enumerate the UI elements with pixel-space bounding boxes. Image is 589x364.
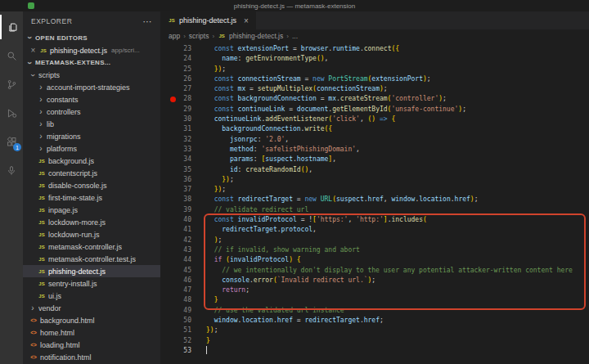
tree-item-lockdown-run.js[interactable]: JSlockdown-run.js [23, 228, 160, 240]
tree-item-contentscript.js[interactable]: JScontentscript.js [23, 167, 160, 179]
breadcrumb-item-app[interactable]: app [169, 32, 180, 40]
line-number-27[interactable]: 27 [160, 84, 201, 94]
tree-item-account-import-strategies[interactable]: ›account-import-strategies [23, 81, 160, 93]
line-number-52[interactable]: 52 [160, 336, 201, 346]
code-line-40[interactable]: const invalidProtocol = !['https:', 'htt… [206, 215, 589, 225]
line-number-26[interactable]: 26 [160, 74, 201, 84]
code-line-25[interactable]: }); [206, 65, 589, 74]
tree-item-disable-console.js[interactable]: JSdisable-console.js [23, 179, 160, 191]
close-icon[interactable]: × [244, 16, 249, 25]
debug-icon[interactable] [0, 101, 23, 125]
code-line-32[interactable]: jsonrpc: '2.0', [206, 135, 589, 145]
tree-item-background.js[interactable]: JSbackground.js [23, 155, 160, 167]
code-line-36[interactable]: }); [206, 175, 589, 185]
code-line-24[interactable]: name: getEnvironmentType(), [206, 54, 589, 64]
tree-item-phishing-detect.js[interactable]: JSphishing-detect.js [23, 265, 160, 277]
code-line-41[interactable]: redirectTarget.protocol, [206, 225, 589, 235]
line-number-53[interactable]: 53 [160, 346, 201, 356]
line-number-47[interactable]: 47 [160, 285, 201, 295]
code-line-30[interactable]: continueLink.addEventListener('click', (… [206, 115, 589, 124]
code-line-53[interactable] [206, 346, 589, 356]
line-number-34[interactable]: 34 [160, 155, 201, 164]
breakpoint-icon[interactable] [170, 97, 176, 102]
code-line-50[interactable]: window.location.href = redirectTarget.hr… [206, 316, 589, 326]
line-number-24[interactable]: 24 [160, 54, 201, 64]
open-editor-item[interactable]: × JS phishing-detect.js app/scri... [23, 44, 160, 56]
breadcrumb-item-...[interactable]: ... [292, 32, 298, 40]
line-number-49[interactable]: 49 [160, 306, 201, 316]
line-number-43[interactable]: 43 [160, 245, 201, 255]
extensions-icon[interactable]: 1 [0, 129, 23, 154]
code-line-28[interactable]: const backgroundConnection = mx.createSt… [206, 94, 589, 104]
line-number-37[interactable]: 37 [160, 185, 201, 195]
code-line-44[interactable]: if (invalidProtocol) { [206, 255, 589, 265]
tab-phishing-detect[interactable]: JS phishing-detect.js × [160, 11, 256, 29]
line-number-44[interactable]: 44 [160, 255, 201, 265]
source-control-icon[interactable] [0, 72, 23, 97]
line-number-33[interactable]: 33 [160, 145, 201, 155]
line-number-48[interactable]: 48 [160, 295, 201, 305]
tree-item-home.html[interactable]: <>home.html [23, 326, 160, 339]
line-number-42[interactable]: 42 [160, 236, 201, 245]
code-line-31[interactable]: backgroundConnection.write({ [206, 124, 589, 134]
workspace-section[interactable]: › METAMASK-EXTENS... [23, 56, 160, 69]
code-content[interactable]: const extensionPort = browser.runtime.co… [201, 44, 589, 364]
line-number-38[interactable]: 38 [160, 195, 201, 204]
code-line-51[interactable]: }); [206, 326, 589, 335]
tree-item-notification.html[interactable]: <>notification.html [23, 351, 160, 363]
code-line-45[interactable]: // we intentionally don't display to the… [206, 266, 589, 276]
tree-item-scripts[interactable]: ›scripts [23, 69, 160, 81]
tree-item-constants[interactable]: ›constants [23, 93, 160, 106]
tree-item-first-time-state.js[interactable]: JSfirst-time-state.js [23, 191, 160, 204]
code-line-23[interactable]: const extensionPort = browser.runtime.co… [206, 44, 589, 54]
breadcrumb-item-scripts[interactable]: scripts [189, 32, 209, 40]
line-number-25[interactable]: 25 [160, 65, 201, 74]
code-line-52[interactable]: } [206, 336, 589, 346]
tree-item-inpage.js[interactable]: JSinpage.js [23, 204, 160, 216]
tree-item-lockdown-more.js[interactable]: JSlockdown-more.js [23, 216, 160, 228]
line-number-51[interactable]: 51 [160, 326, 201, 335]
tree-item-metamask-controller.test.js[interactable]: JSmetamask-controller.test.js [23, 253, 160, 265]
code-line-43[interactable]: // if invalid, show warning and abort [206, 245, 589, 255]
tree-item-controllers[interactable]: ›controllers [23, 106, 160, 118]
tree-item-metamask-controller.js[interactable]: JSmetamask-controller.js [23, 240, 160, 253]
open-editors-section[interactable]: › OPEN EDITORS [23, 31, 160, 44]
code-line-48[interactable]: } [206, 295, 589, 305]
tree-item-lib[interactable]: ›lib [23, 118, 160, 130]
line-number-32[interactable]: 32 [160, 135, 201, 145]
code-line-35[interactable]: id: createRandomId(), [206, 165, 589, 175]
line-number-28[interactable]: 28 [160, 94, 201, 104]
code-line-39[interactable]: // validate redirect url [206, 205, 589, 215]
code-line-47[interactable]: return; [206, 285, 589, 295]
line-number-45[interactable]: 45 [160, 266, 201, 276]
tree-item-ui.js[interactable]: JSui.js [23, 290, 160, 302]
code-line-34[interactable]: params: [suspect.hostname], [206, 155, 589, 164]
mic-icon[interactable] [0, 158, 23, 182]
line-number-46[interactable]: 46 [160, 276, 201, 285]
code-line-37[interactable]: }); [206, 185, 589, 195]
code-line-29[interactable]: const continueLink = document.getElement… [206, 105, 589, 115]
code-line-42[interactable]: ); [206, 236, 589, 245]
code-line-46[interactable]: console.error(`Invalid redirect url.`); [206, 276, 589, 285]
search-icon[interactable] [0, 43, 23, 68]
line-number-35[interactable]: 35 [160, 165, 201, 175]
code-line-38[interactable]: const redirectTarget = new URL(suspect.h… [206, 195, 589, 204]
code-line-49[interactable]: // use the validated url instance [206, 306, 589, 316]
tree-item-loading.html[interactable]: <>loading.html [23, 339, 160, 351]
tree-item-platforms[interactable]: ›platforms [23, 142, 160, 155]
tree-item-vendor[interactable]: ›vendor [23, 302, 160, 314]
breadcrumb-item-phishing-detect.js[interactable]: phishing-detect.js [229, 32, 283, 40]
code-line-33[interactable]: method: 'safelistPhishingDomain', [206, 145, 589, 155]
close-icon[interactable]: × [29, 46, 37, 55]
line-number-39[interactable]: 39 [160, 205, 201, 215]
tree-item-background.html[interactable]: <>background.html [23, 314, 160, 326]
code-line-27[interactable]: const mx = setupMultiplex(connectionStre… [206, 84, 589, 94]
code-line-26[interactable]: const connectionStream = new PortStream(… [206, 74, 589, 84]
explorer-icon[interactable] [0, 15, 23, 39]
line-number-40[interactable]: 40 [160, 215, 201, 225]
line-number-50[interactable]: 50 [160, 316, 201, 326]
line-number-23[interactable]: 23 [160, 44, 201, 54]
more-actions-icon[interactable]: ⋯ [143, 16, 153, 27]
line-number-31[interactable]: 31 [160, 124, 201, 134]
line-number-36[interactable]: 36 [160, 175, 201, 185]
